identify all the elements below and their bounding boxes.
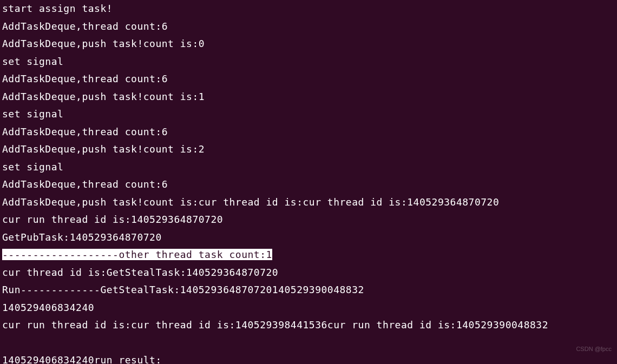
highlighted-text: -------------------other thread task cou… [2, 249, 272, 260]
terminal-line: GetPubTask:140529364870720 [2, 229, 615, 247]
terminal-line: set signal [2, 158, 615, 176]
watermark-text: CSDN @fpcc [576, 340, 612, 358]
terminal-line: AddTaskDeque,thread count:6 [2, 70, 615, 88]
terminal-line [2, 334, 615, 352]
terminal-line: Run-------------GetStealTask:14052936487… [2, 281, 615, 299]
terminal-line: 140529406834240 [2, 299, 615, 317]
terminal-line: set signal [2, 105, 615, 123]
terminal-line: AddTaskDeque,thread count:6 [2, 123, 615, 141]
terminal-line: cur thread id is:GetStealTask:1405293648… [2, 264, 615, 282]
terminal-line: start assign task! [2, 0, 615, 18]
terminal-line: cur run thread id is:140529364870720 [2, 211, 615, 229]
terminal-line: AddTaskDeque,push task!count is:2 [2, 141, 615, 158]
terminal-line: AddTaskDeque,thread count:6 [2, 18, 615, 36]
terminal-line: AddTaskDeque,push task!count is:0 [2, 35, 615, 53]
terminal-line: set signal [2, 53, 615, 71]
terminal-line: AddTaskDeque,push task!count is:cur thre… [2, 194, 615, 211]
terminal-line: AddTaskDeque,thread count:6 [2, 176, 615, 194]
terminal-line: -------------------other thread task cou… [2, 246, 615, 264]
terminal-output[interactable]: start assign task!AddTaskDeque,thread co… [2, 0, 615, 364]
terminal-line: 140529406834240run result: [2, 352, 615, 364]
terminal-line: AddTaskDeque,push task!count is:1 [2, 88, 615, 106]
terminal-line: cur run thread id is:cur thread id is:14… [2, 316, 615, 334]
